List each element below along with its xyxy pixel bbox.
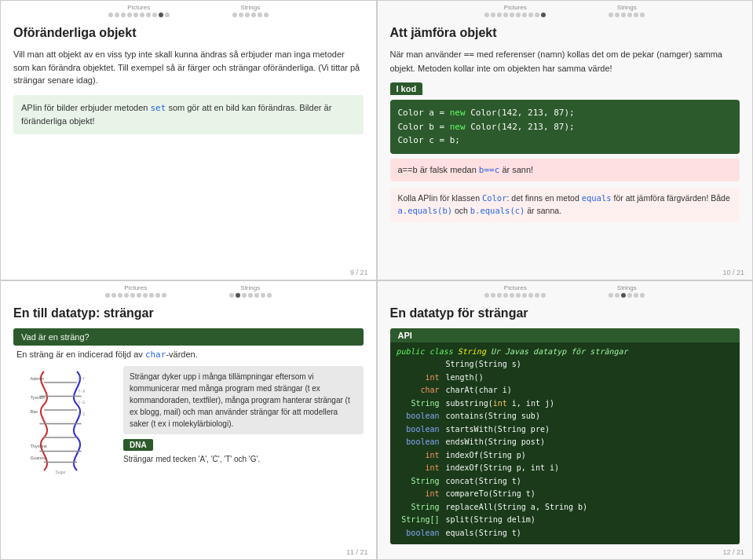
type-int: int	[397, 449, 440, 463]
dot	[484, 293, 489, 298]
dot	[615, 293, 620, 298]
type-string: String	[397, 475, 440, 489]
dot	[609, 293, 613, 298]
code-line-1: Color a = new Color(142, 213, 87);	[398, 108, 575, 118]
dot	[105, 293, 110, 298]
method: compareTo(String t)	[446, 488, 536, 501]
slide-2-title: Att jämföra objekt	[390, 26, 740, 40]
dot	[127, 13, 132, 17]
dot	[130, 293, 135, 298]
dot	[143, 293, 148, 298]
tab-strings-label-3: Strings	[240, 284, 260, 291]
dna-section-text: Strängar med tecken 'A', 'C', 'T' och 'G…	[123, 453, 364, 465]
api-row: booleanendsWith(String post)	[397, 436, 734, 449]
dot	[640, 293, 645, 298]
dot	[510, 293, 514, 298]
type-string: String	[397, 397, 440, 411]
dot	[510, 13, 514, 17]
pictures-dots-2	[484, 13, 546, 17]
dot	[491, 293, 495, 298]
method: String(String s)	[446, 358, 521, 372]
dna-image: Adenin Tyrosin Bas Thymine Guanine A-T T…	[13, 366, 115, 479]
strings-dots	[232, 13, 269, 17]
slide-header-3: Pictures Strings	[1, 284, 376, 298]
method: startsWith(String pre)	[446, 423, 550, 437]
dot-active	[621, 293, 626, 298]
code-line-2: Color b = new Color(142, 213, 87);	[398, 122, 575, 132]
equals-text: a==b är falsk medan b==c är sann!	[398, 165, 534, 174]
slide-oforanderliga: Pictures Strings	[0, 0, 377, 280]
dna-label-base: Bas	[31, 408, 38, 413]
slide-strangar: Pictures Strings	[0, 280, 377, 561]
api-row: intindexOf(String p, int i)	[397, 462, 734, 475]
method: endsWith(String post)	[446, 436, 545, 449]
dot	[621, 13, 626, 17]
method: charAt(char i)	[446, 384, 512, 397]
dot	[497, 13, 502, 17]
equals-method: equals	[582, 193, 612, 203]
slide-3-number: 11 / 21	[346, 548, 368, 556]
dot	[245, 13, 250, 17]
dot	[615, 13, 620, 17]
method: replaceAll(String a, String b)	[446, 501, 588, 514]
method: substring(int i, int j)	[446, 397, 555, 411]
tab-pictures-label-2: Pictures	[504, 4, 527, 11]
dna-helix-svg: Adenin Tyrosin Bas Thymine Guanine A-T T…	[13, 366, 108, 476]
dot	[522, 13, 527, 17]
tab-pictures-4: Pictures	[484, 284, 546, 298]
slide-jamfora: Pictures Strings	[377, 0, 754, 280]
dna-bp-2: T-A	[78, 388, 85, 393]
api-row: intlength()	[397, 372, 734, 385]
type-boolean: boolean	[397, 527, 440, 540]
code-block: Color a = new Color(142, 213, 87); Color…	[390, 100, 740, 154]
slide-header-2: Pictures Strings	[378, 4, 753, 17]
tab-pictures-2: Pictures	[484, 4, 546, 17]
slide-1-highlight-box: APIin för bilder erbjuder metoden set so…	[13, 95, 364, 134]
dot	[115, 13, 119, 17]
api-label: API	[390, 328, 740, 342]
dna-area: Adenin Tyrosin Bas Thymine Guanine A-T T…	[13, 366, 364, 479]
tab-pictures-label-4: Pictures	[504, 284, 527, 291]
dna-bp-3: C-G	[78, 399, 85, 404]
tab-strings-label: Strings	[240, 4, 260, 11]
dot	[640, 13, 645, 17]
type-string: String	[397, 501, 440, 514]
dot	[229, 293, 234, 298]
dot	[528, 293, 533, 298]
api-table: public class String Ur Javas datatyp för…	[390, 342, 740, 545]
method: concat(String t)	[446, 475, 521, 489]
api-row: String(String s)	[397, 358, 734, 372]
dot	[503, 293, 508, 298]
kolla-box: Kolla APIin för klassen Color: det finns…	[390, 188, 740, 222]
dna-description: Strängar dyker upp i många tillämpningar…	[123, 366, 364, 434]
slide-3-title: En till datatyp: strängar	[13, 306, 364, 320]
dot	[627, 293, 632, 298]
api-row: charcharAt(char i)	[397, 384, 734, 397]
method: indexOf(String p, int i)	[446, 462, 560, 475]
dot	[133, 13, 138, 17]
dot	[261, 293, 265, 298]
dna-label-guanine: Guanine	[31, 456, 47, 460]
api-row: booleancontains(String sub)	[397, 410, 734, 423]
tab-strings-4: Strings	[609, 284, 645, 298]
tab-strings-3: Strings	[229, 284, 272, 298]
type-boolean: boolean	[397, 423, 440, 437]
tab-strings-label-2: Strings	[617, 4, 637, 11]
dna-label-adenine: Adenin	[31, 375, 44, 380]
dot	[251, 13, 256, 17]
dot	[248, 293, 253, 298]
dot	[634, 293, 638, 298]
dna-bp-1: A-T	[78, 375, 85, 380]
type-int: int	[397, 462, 440, 475]
public-keyword: public class	[397, 347, 453, 356]
dot	[258, 13, 262, 17]
dot	[541, 293, 546, 298]
api-row: Stringconcat(String t)	[397, 475, 734, 489]
dot	[149, 293, 154, 298]
dot	[516, 13, 521, 17]
dna-label-tyrosin: Tyrosin	[31, 395, 45, 400]
pictures-dots-3	[105, 293, 166, 298]
type-stringarr: String[]	[397, 514, 440, 527]
tab-pictures-label-3: Pictures	[124, 284, 147, 291]
slide-2-intro: När man använder == med referenser (namn…	[390, 48, 740, 75]
